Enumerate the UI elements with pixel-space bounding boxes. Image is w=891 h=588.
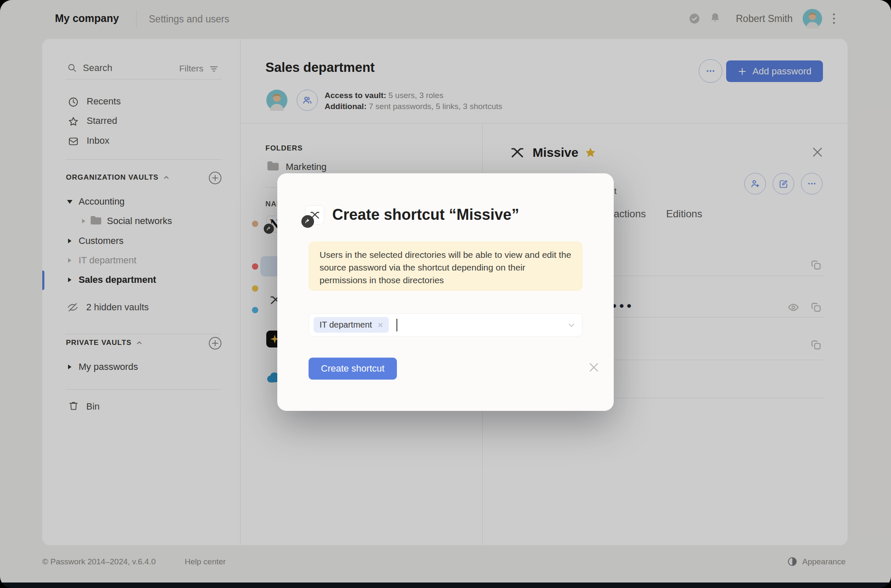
modal-title: Create shortcut “Missive”	[332, 206, 519, 224]
directory-select-input[interactable]: IT department	[309, 313, 582, 336]
app-background: My company Settings and users Robert Smi…	[0, 0, 891, 583]
create-shortcut-button[interactable]: Create shortcut	[309, 358, 397, 380]
app-window: My company Settings and users Robert Smi…	[0, 0, 891, 588]
shortcut-badge-icon	[301, 215, 314, 228]
chip-label: IT department	[320, 320, 372, 330]
modal-info-text: Users in the selected directories will b…	[320, 249, 571, 287]
chip-remove-icon[interactable]	[377, 322, 384, 328]
missive-icon	[305, 205, 324, 224]
selected-directory-chip[interactable]: IT department	[314, 317, 389, 333]
text-cursor	[396, 319, 397, 331]
modal-info-box: Users in the selected directories will b…	[309, 241, 582, 291]
modal-close-icon[interactable]	[588, 361, 600, 374]
chevron-down-icon[interactable]	[567, 320, 576, 330]
